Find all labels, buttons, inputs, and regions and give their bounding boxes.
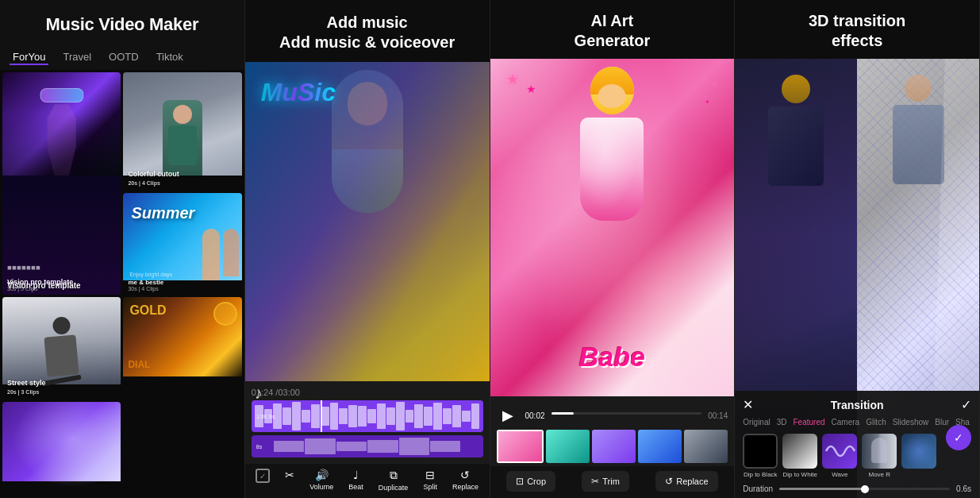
panel-music-voiceover: Add musicAdd music & voiceover MuSic 01:… (245, 0, 490, 498)
duration-slider[interactable] (779, 488, 950, 490)
trans-tab-glitch[interactable]: Glitch (866, 417, 886, 427)
toolbar-check[interactable]: ✓ (256, 469, 270, 492)
duration-value: 0.6s (956, 484, 971, 493)
replace-icon: ↺ (665, 476, 673, 487)
tab-ootd[interactable]: OOTD (106, 49, 142, 65)
trim-button[interactable]: ✂ Trim (582, 471, 629, 492)
trans-tab-featured[interactable]: Featured (794, 417, 825, 427)
panel-1-title: Music Video Maker (13, 14, 232, 35)
street-label: Street style 20s | 3 Clips (7, 379, 46, 396)
panel-music-video-maker: Music Video Maker ForYou Travel OOTD Tik… (0, 0, 245, 498)
music-video-area: MuSic (245, 62, 490, 381)
transition-title: Transition (831, 399, 884, 411)
toolbar-replace[interactable]: ↺ Replace (452, 469, 478, 492)
ai-thumbnails (497, 430, 728, 463)
transition-confirm-button[interactable]: ✓ (961, 397, 971, 412)
thumb-4[interactable] (638, 430, 682, 463)
trans-thumb-wave[interactable]: Wave (822, 434, 857, 478)
duration-row: Duration 0.6s (743, 484, 971, 493)
transition-panel: ✕ Transition ✓ Original 3D Featured Came… (735, 391, 979, 498)
barbie-stars: ★ (506, 71, 519, 88)
colorful-label: Colorful cutout 20s | 4 Clips (128, 170, 179, 187)
tab-foryou[interactable]: ForYou (10, 49, 48, 65)
fab-button[interactable]: ✓ (946, 425, 971, 450)
playhead[interactable] (321, 400, 322, 432)
panel-2-title: Add musicAdd music & voiceover (255, 13, 480, 52)
panel-ai-art: AI ArtGenerator ★ ★ (490, 0, 736, 498)
toolbar-volume[interactable]: 🔊 Volume (309, 469, 333, 492)
toolbar-split[interactable]: ⊟ Split (423, 469, 437, 492)
panel-4-header: 3D transitioneffects (735, 0, 979, 59)
tab-travel[interactable]: Travel (60, 49, 94, 65)
trans-thumb-move-r[interactable]: Move R (862, 434, 897, 478)
waveform-track-2[interactable]: 8s (252, 435, 483, 457)
panel-3-header: AI ArtGenerator (490, 0, 735, 59)
transition-close-button[interactable]: ✕ (743, 397, 753, 412)
panel-1-header: Music Video Maker (0, 0, 244, 43)
crop-icon: ⊡ (516, 476, 524, 487)
trans-tab-original[interactable]: Original (743, 417, 770, 427)
transition-tabs: Original 3D Featured Camera Glitch Slide… (743, 417, 971, 427)
grid-item-gold[interactable]: GOLD DIAL (123, 297, 241, 399)
progress-bar[interactable] (551, 412, 702, 415)
track-label: 138.9s (256, 413, 275, 420)
grid-item-vision[interactable]: ◼◼◼◼◼◼◼ Vision pro template Vision pro t… (2, 72, 121, 295)
ai-timeline: ▶ 00:02 00:14 (490, 396, 735, 466)
panel-3-title: AI ArtGenerator (500, 11, 725, 51)
content-grid: ◼◼◼◼◼◼◼ Vision pro template Vision pro t… (0, 70, 244, 498)
timeline-area: 01:24 /03:00 138.9s 8s (245, 381, 490, 464)
grid-item-purple[interactable] (2, 402, 121, 496)
trans-tab-3d[interactable]: 3D (777, 417, 787, 427)
replace-button[interactable]: ↺ Replace (655, 471, 717, 492)
music-note-icon: ♪ (255, 384, 263, 403)
panel-transition: 3D transitioneffects (735, 0, 980, 498)
action-bar-3: ⊡ Crop ✂ Trim ↺ Replace (490, 466, 735, 498)
play-button[interactable]: ▶ (497, 404, 519, 427)
transition-image-area: ✕ Transition ✓ Original 3D Featured Came… (735, 59, 979, 498)
trans-tab-blur[interactable]: Blur (935, 417, 949, 427)
trans-tab-camera[interactable]: Camera (832, 417, 860, 427)
thumb-2[interactable] (546, 430, 590, 463)
toolbar-duplicate[interactable]: ⧉ Duplicate (379, 469, 409, 492)
grid-item-summer[interactable]: Summer Enjoy bright days me & bestie 30s… (123, 193, 241, 295)
crop-button[interactable]: ⊡ Crop (506, 471, 555, 492)
panel-4-title: 3D transitioneffects (744, 11, 970, 51)
play-row: ▶ 00:02 00:14 (497, 401, 728, 430)
duration-label: Duration (743, 484, 773, 493)
trans-thumb-extra[interactable] (901, 434, 936, 478)
trans-tab-slideshow[interactable]: Slideshow (893, 417, 929, 427)
toolbar-panel-2: ✓ ✂ 🔊 Volume ♩ Beat ⧉ Duplicate ⊟ Split … (245, 464, 490, 498)
thumb-1[interactable] (497, 430, 544, 463)
grid-item-street[interactable]: Street style 20s | 3 Clips (2, 297, 121, 399)
barbie-text: Babe (579, 342, 645, 373)
trans-thumb-dip-white[interactable]: Dip to White (782, 434, 817, 478)
time-display: 01:24 /03:00 (252, 388, 483, 397)
ai-image-area: ★ ★ Babe ✦ ✦ (490, 59, 735, 396)
tab-tiktok[interactable]: Tiktok (153, 49, 186, 65)
toolbar-cut[interactable]: ✂ (285, 469, 294, 492)
grid-item-colorful[interactable]: Colorful cutout 20s | 4 Clips (123, 72, 241, 190)
trim-icon: ✂ (591, 476, 599, 487)
thumb-3[interactable] (592, 430, 636, 463)
panel-2-header: Add musicAdd music & voiceover (245, 0, 490, 62)
panel-1-tabs: ForYou Travel OOTD Tiktok (0, 43, 244, 70)
thumb-5[interactable] (684, 430, 728, 463)
barbie-stars-small: ★ (526, 83, 536, 95)
transition-header: ✕ Transition ✓ (743, 397, 971, 412)
waveform-track-1[interactable]: 138.9s (252, 400, 483, 432)
transition-thumbs: Dip to Black Dip to White Wave (743, 434, 971, 478)
toolbar-beat[interactable]: ♩ Beat (348, 469, 363, 492)
neon-text: MuSic (261, 78, 336, 107)
trans-thumb-dip-black[interactable]: Dip to Black (743, 434, 778, 478)
